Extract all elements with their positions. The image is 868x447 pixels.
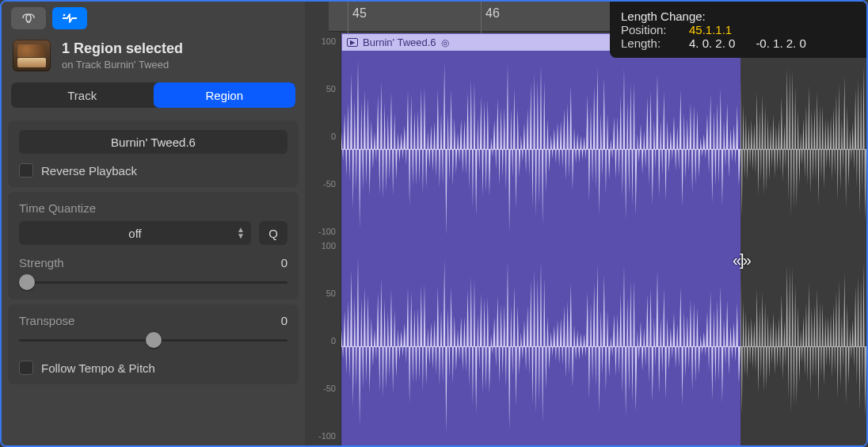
y-tick: 50	[326, 288, 336, 298]
follow-tempo-label: Follow Tempo & Pitch	[41, 361, 155, 375]
inspector-toolbar	[2, 2, 305, 35]
selected-region[interactable]	[341, 51, 740, 445]
svg-point-0	[63, 14, 66, 17]
transpose-label: Transpose	[19, 314, 74, 327]
selection-title: 1 Region selected	[62, 40, 183, 57]
track-thumbnail	[13, 40, 51, 71]
inspector-panel: 1 Region selected on Track Burnin' Tweed…	[2, 2, 305, 445]
waveform-left	[341, 51, 740, 248]
y-tick: -100	[318, 431, 336, 441]
waveform-inactive-left	[740, 51, 866, 248]
y-tick: -50	[323, 384, 336, 393]
stereo-icon: ◎	[441, 37, 449, 48]
selection-header: 1 Region selected on Track Burnin' Tweed	[2, 35, 305, 82]
tab-region[interactable]: Region	[154, 82, 296, 108]
y-tick: 100	[322, 36, 336, 46]
tooltip-delta-value: -0. 1. 2. 0	[756, 36, 805, 50]
region-clip-name: Burnin' Tweed.6	[363, 36, 436, 48]
inactive-region	[740, 51, 866, 445]
tooltip-length-value: 4. 0. 2. 0	[689, 36, 735, 50]
quantize-select[interactable]: off ▲▼	[19, 221, 251, 245]
ruler-tick: 46	[485, 6, 500, 21]
tooltip-position-value: 45.1.1.1	[689, 23, 732, 36]
region-name-field[interactable]: Burnin' Tweed.6	[19, 130, 287, 154]
quantize-panel: Time Quantize off ▲▼ Q Strength 0	[8, 192, 299, 300]
y-tick: -50	[323, 179, 336, 189]
quantize-apply-button[interactable]: Q	[259, 221, 287, 245]
length-change-tooltip: Length Change: Position: 45.1.1.1 Length…	[610, 2, 866, 58]
tooltip-title: Length Change:	[621, 10, 855, 23]
cycle-icon	[18, 13, 39, 24]
y-tick: 100	[322, 241, 336, 250]
ruler-tick: 45	[352, 6, 367, 21]
cycle-mode-button[interactable]	[11, 7, 46, 29]
waveform-right	[341, 248, 740, 445]
follow-tempo-checkbox[interactable]	[19, 361, 33, 375]
tooltip-length-label: Length:	[621, 36, 686, 50]
y-tick: 0	[331, 132, 336, 141]
region-name-panel: Burnin' Tweed.6 Reverse Playback	[8, 120, 299, 187]
play-icon: ▶	[347, 38, 358, 47]
amplitude-axis: 100 50 0 -50 -100 100 50 0 -50 -100	[305, 32, 341, 445]
reverse-playback-checkbox[interactable]	[19, 163, 33, 178]
reverse-playback-label: Reverse Playback	[41, 164, 137, 178]
reverse-playback-row[interactable]: Reverse Playback	[19, 163, 287, 178]
quantize-value: off	[128, 227, 141, 240]
y-tick: -100	[318, 227, 336, 236]
chevron-updown-icon: ▲▼	[237, 227, 245, 239]
catch-icon	[61, 12, 78, 25]
transpose-panel: Transpose 0 Follow Tempo & Pitch	[8, 304, 299, 384]
follow-tempo-row[interactable]: Follow Tempo & Pitch	[19, 361, 287, 375]
y-tick: 0	[331, 336, 336, 346]
inspector-tab-switch: Track Region	[11, 82, 295, 108]
strength-value: 0	[281, 256, 287, 269]
waveform-inactive-right	[740, 248, 866, 445]
strength-slider[interactable]	[19, 274, 287, 290]
tab-track[interactable]: Track	[11, 82, 154, 108]
y-tick: 50	[326, 84, 336, 94]
transpose-value: 0	[281, 314, 287, 327]
selection-subtitle: on Track Burnin' Tweed	[62, 59, 183, 71]
tooltip-position-label: Position:	[621, 23, 686, 36]
transpose-slider[interactable]	[19, 332, 287, 348]
catch-playhead-button[interactable]	[52, 7, 87, 29]
strength-label: Strength	[19, 256, 64, 269]
waveform-editor: 45 46 47 100 50 0 -50 -100 100 50 0 -50 …	[305, 2, 866, 445]
time-quantize-label: Time Quantize	[19, 201, 287, 215]
